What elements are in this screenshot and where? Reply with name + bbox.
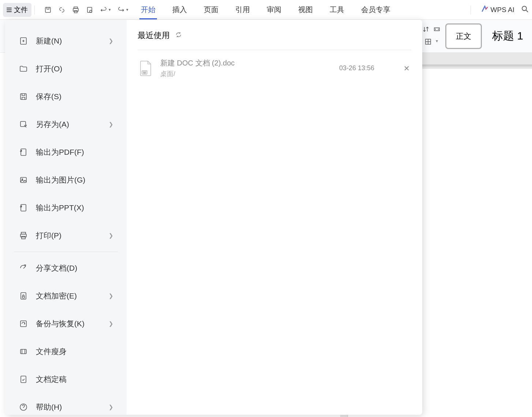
file-menu-button[interactable]: 文件	[3, 3, 31, 17]
share-icon	[18, 263, 29, 273]
chevron-right-icon: ❯	[109, 232, 113, 239]
menu-label: 打印(P)	[36, 230, 61, 241]
menu-label: 帮助(H)	[36, 402, 62, 412]
menu-label: 分享文档(D)	[36, 263, 77, 273]
svg-rect-23	[21, 376, 26, 383]
menu-item-new[interactable]: 新建(N) ❯	[10, 28, 122, 54]
svg-rect-22	[20, 349, 26, 354]
chevron-right-icon: ❯	[109, 38, 113, 44]
menu-label: 输出为PPT(X)	[36, 203, 84, 213]
tab-member[interactable]: 会员专享	[360, 0, 392, 19]
menu-label: 另存为(A)	[36, 119, 69, 129]
separator	[471, 5, 471, 14]
recent-file-time: 03-26 13:56	[339, 64, 374, 72]
recent-file-item[interactable]: W 新建 DOC 文档 (2).doc 桌面/ 03-26 13:56 ✕	[138, 55, 411, 82]
tab-page[interactable]: 页面	[202, 0, 220, 19]
fit-icon[interactable]	[434, 26, 440, 34]
menu-label: 打开(O)	[36, 64, 62, 74]
chevron-right-icon: ❯	[109, 320, 113, 327]
save-as-icon	[18, 119, 29, 129]
menu-item-saveas[interactable]: 另存为(A) ❯	[10, 111, 122, 138]
svg-rect-20	[22, 296, 25, 298]
undo-dropdown-icon[interactable]: ▾	[109, 7, 111, 12]
recent-file-info: 新建 DOC 文档 (2).doc 桌面/	[160, 58, 332, 78]
menu-label: 保存(S)	[36, 91, 61, 102]
menu-label: 新建(N)	[36, 36, 62, 46]
file-menu-sidebar: 新建(N) ❯ 打开(O) 保存(S) 另存为(A) ❯ 输出为PDF(F) 输…	[5, 20, 127, 415]
menu-item-help[interactable]: 帮助(H) ❯	[10, 394, 122, 415]
refresh-icon[interactable]	[175, 31, 182, 40]
hamburger-icon	[7, 8, 12, 12]
file-menu-content: 最近使用 W 新建 DOC 文档 (2).doc 桌面/ 03-26 13:56…	[127, 20, 422, 415]
chevron-right-icon: ❯	[109, 404, 113, 410]
menu-item-export-ppt[interactable]: 输出为PPT(X)	[10, 195, 122, 221]
separator	[34, 5, 35, 14]
save-icon[interactable]	[44, 6, 52, 14]
wps-ai-button[interactable]: WPS AI	[481, 5, 514, 14]
menu-item-share[interactable]: 分享文档(D)	[10, 255, 122, 281]
lock-icon	[18, 291, 29, 301]
svg-rect-13	[20, 177, 26, 183]
redo-icon[interactable]	[117, 6, 125, 14]
backup-icon	[18, 319, 29, 329]
ribbon-right: ▾ 正文 标题 1	[423, 20, 532, 52]
menu-item-finalize[interactable]: 文档定稿	[10, 366, 122, 392]
menu-item-save[interactable]: 保存(S)	[10, 83, 122, 110]
undo-group: ▾	[100, 6, 111, 14]
menu-item-backup[interactable]: 备份与恢复(K) ❯	[10, 311, 122, 337]
new-doc-icon	[18, 36, 29, 46]
style-normal-button[interactable]: 正文	[445, 23, 482, 49]
print-icon[interactable]	[72, 6, 79, 14]
svg-rect-2	[73, 8, 78, 11]
print-icon	[18, 230, 29, 241]
menu-label: 文档加密(E)	[36, 291, 77, 301]
svg-rect-3	[74, 11, 77, 13]
tab-reference[interactable]: 引用	[234, 0, 251, 19]
table-icon[interactable]	[425, 38, 431, 46]
svg-point-5	[90, 10, 92, 12]
svg-rect-0	[45, 7, 50, 12]
finalize-icon	[18, 374, 29, 384]
svg-rect-10	[20, 94, 26, 99]
tab-tools[interactable]: 工具	[328, 0, 346, 19]
quick-access-toolbar: ▾ ▾	[44, 6, 128, 14]
svg-rect-7	[434, 28, 439, 31]
menu-item-encrypt[interactable]: 文档加密(E) ❯	[10, 283, 122, 309]
dropdown-chevron-icon[interactable]: ▾	[436, 38, 438, 46]
close-icon[interactable]: ✕	[404, 64, 410, 73]
print-preview-icon[interactable]	[86, 6, 93, 14]
tab-start[interactable]: 开始	[139, 0, 157, 19]
menu-label: 输出为PDF(F)	[36, 147, 84, 157]
sort-icon[interactable]	[423, 26, 429, 34]
menu-item-open[interactable]: 打开(O)	[10, 56, 122, 82]
file-menu-panel: 新建(N) ❯ 打开(O) 保存(S) 另存为(A) ❯ 输出为PDF(F) 输…	[5, 20, 422, 415]
menu-item-export-image[interactable]: 输出为图片(G)	[10, 167, 122, 193]
menu-item-slim[interactable]: 文件瘦身	[10, 338, 122, 365]
recent-file-path: 桌面/	[160, 70, 332, 78]
recent-title: 最近使用	[138, 30, 170, 41]
tab-view[interactable]: 视图	[297, 0, 314, 19]
tab-insert[interactable]: 插入	[171, 0, 188, 19]
menu-divider	[14, 252, 118, 252]
file-menu-label: 文件	[14, 5, 28, 15]
style-heading1-button[interactable]: 标题 1	[487, 22, 528, 50]
menu-item-print[interactable]: 打印(P) ❯	[10, 222, 122, 249]
svg-point-6	[522, 6, 527, 11]
menu-item-export-pdf[interactable]: 输出为PDF(F)	[10, 139, 122, 165]
svg-rect-12	[21, 149, 26, 155]
ppt-icon	[18, 203, 29, 213]
ribbon-tabs: 开始 插入 页面 引用 审阅 视图 工具 会员专享	[139, 0, 468, 19]
svg-text:W: W	[143, 71, 146, 74]
document-icon: W	[139, 60, 153, 77]
menu-label: 输出为图片(G)	[36, 175, 85, 185]
search-icon[interactable]	[521, 5, 529, 15]
redo-dropdown-icon[interactable]: ▾	[126, 7, 128, 12]
redo-group: ▾	[117, 6, 128, 14]
wps-ai-label: WPS AI	[491, 6, 514, 14]
tab-review[interactable]: 审阅	[265, 0, 283, 19]
undo-icon[interactable]	[100, 6, 107, 14]
top-toolbar: 文件 ▾ ▾ 开始 插入 页面 引用	[0, 0, 532, 20]
link-icon[interactable]	[58, 6, 65, 14]
divider	[138, 50, 411, 50]
svg-rect-21	[20, 321, 26, 327]
